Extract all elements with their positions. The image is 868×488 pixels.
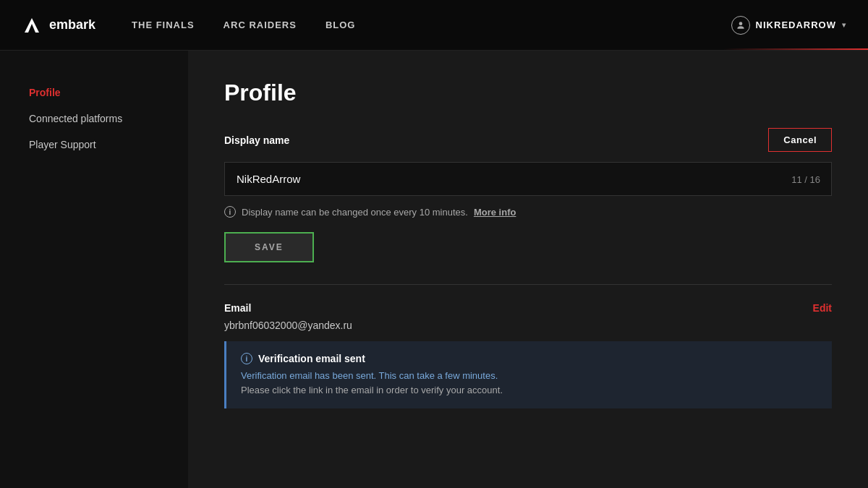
email-section-header: Email Edit [224,302,832,314]
char-count: 11 / 16 [791,174,820,184]
embark-logo-icon [22,15,42,35]
svg-marker-0 [25,18,39,33]
nav-link-blog[interactable]: BLOG [326,20,356,30]
nav-link-arc-raiders[interactable]: ARC RAIDERS [224,20,297,30]
navbar: embark THE FINALS ARC RAIDERS BLOG NIKRE… [0,0,868,51]
info-blue-icon: i [241,353,252,364]
main-layout: Profile Connected platforms Player Suppo… [0,51,868,488]
user-display-name: NIKREDARROW [756,20,836,30]
verification-text: Verification email has been sent. This c… [241,369,817,397]
profile-content: Profile Display name Cancel 11 / 16 i Di… [188,51,868,488]
logo[interactable]: embark [22,15,95,35]
info-text: Display name can be changed once every 1… [242,207,468,218]
save-button[interactable]: SAVE [224,232,314,262]
sidebar: Profile Connected platforms Player Suppo… [0,51,188,488]
info-icon: i [224,206,236,218]
sidebar-item-profile[interactable]: Profile [29,80,188,106]
sidebar-item-player-support[interactable]: Player Support [29,132,188,158]
navbar-right: NIKREDARROW ▾ [731,16,846,35]
page-title: Profile [224,80,832,106]
logo-text: embark [49,17,95,33]
sidebar-item-connected-platforms[interactable]: Connected platforms [29,106,188,132]
chevron-down-icon: ▾ [842,21,846,29]
display-name-label: Display name [224,134,289,146]
navbar-links: THE FINALS ARC RAIDERS BLOG [132,20,731,30]
info-line: i Display name can be changed once every… [224,206,832,218]
cancel-button[interactable]: Cancel [768,128,832,152]
verification-title: i Verification email sent [241,353,817,364]
edit-email-link[interactable]: Edit [813,302,832,314]
more-info-link[interactable]: More info [474,207,516,218]
display-name-input-wrapper: 11 / 16 [224,162,832,196]
section-divider [224,284,832,285]
user-avatar-icon [731,16,750,35]
svg-point-1 [739,22,742,25]
verification-box: i Verification email sent Verification e… [224,341,832,408]
email-value: ybrbnf06032000@yandex.ru [224,320,832,331]
display-name-section-header: Display name Cancel [224,128,832,152]
user-menu-button[interactable]: NIKREDARROW ▾ [731,16,846,35]
nav-link-the-finals[interactable]: THE FINALS [132,20,195,30]
display-name-input[interactable] [224,162,832,196]
email-label: Email [224,302,251,314]
navbar-accent-line [723,48,868,50]
